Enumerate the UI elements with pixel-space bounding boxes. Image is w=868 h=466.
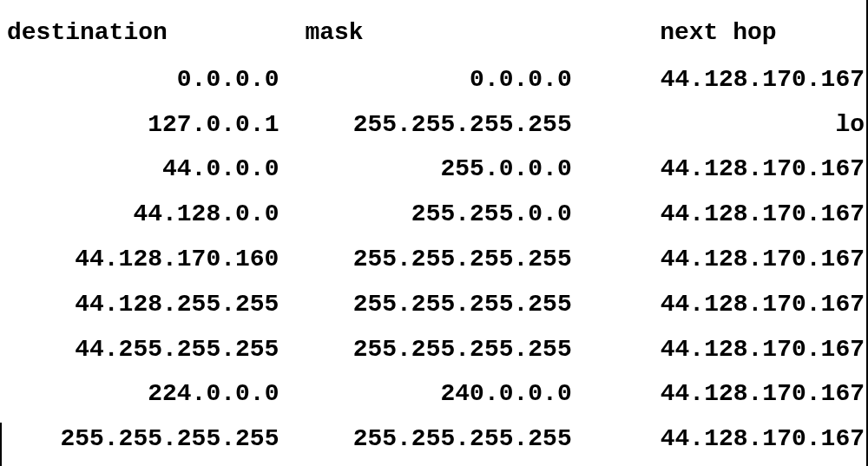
cell-destination: 44.0.0.0 bbox=[3, 147, 279, 192]
cell-next-hop: 44.128.170.167 bbox=[572, 282, 865, 327]
table-row: 44.128.0.0 255.255.0.0 44.128.170.167 bbox=[3, 192, 865, 237]
cell-next-hop: 44.128.170.167 bbox=[572, 192, 865, 237]
table-row: 0.0.0.0 0.0.0.0 44.128.170.167 bbox=[3, 57, 865, 102]
cell-mask: 255.255.255.255 bbox=[279, 282, 571, 327]
cell-destination: 44.255.255.255 bbox=[3, 327, 279, 372]
cell-destination: 224.0.0.0 bbox=[3, 371, 279, 417]
border-left-partial bbox=[0, 423, 2, 466]
cell-mask: 255.255.255.255 bbox=[279, 102, 571, 148]
cell-mask: 255.0.0.0 bbox=[279, 147, 571, 192]
cell-next-hop: 44.128.170.167 bbox=[572, 57, 865, 102]
routing-table: destination mask next hop 0.0.0.0 0.0.0.… bbox=[3, 10, 865, 462]
cell-next-hop: 44.128.170.167 bbox=[572, 327, 865, 372]
table-row: 44.128.170.160 255.255.255.255 44.128.17… bbox=[3, 237, 865, 282]
cell-mask: 255.255.255.255 bbox=[279, 417, 571, 462]
cell-next-hop: lo bbox=[572, 102, 865, 148]
table-row: 127.0.0.1 255.255.255.255 lo bbox=[3, 102, 865, 148]
cell-next-hop: 44.128.170.167 bbox=[572, 147, 865, 192]
cell-mask: 255.255.255.255 bbox=[279, 327, 571, 372]
cell-destination: 44.128.0.0 bbox=[3, 192, 279, 237]
table-row: 255.255.255.255 255.255.255.255 44.128.1… bbox=[3, 417, 865, 462]
cell-mask: 240.0.0.0 bbox=[279, 371, 571, 417]
cell-next-hop: 44.128.170.167 bbox=[572, 371, 865, 417]
cell-mask: 255.255.255.255 bbox=[279, 237, 571, 282]
table-row: 44.255.255.255 255.255.255.255 44.128.17… bbox=[3, 327, 865, 372]
header-next-hop: next hop bbox=[572, 10, 865, 57]
cell-destination: 0.0.0.0 bbox=[3, 57, 279, 102]
cell-mask: 0.0.0.0 bbox=[279, 57, 571, 102]
header-destination: destination bbox=[3, 10, 279, 57]
table-header: destination mask next hop bbox=[3, 10, 865, 57]
table-row: 44.128.255.255 255.255.255.255 44.128.17… bbox=[3, 282, 865, 327]
cell-destination: 255.255.255.255 bbox=[3, 417, 279, 462]
cell-next-hop: 44.128.170.167 bbox=[572, 237, 865, 282]
cell-destination: 44.128.170.160 bbox=[3, 237, 279, 282]
table-row: 224.0.0.0 240.0.0.0 44.128.170.167 bbox=[3, 371, 865, 417]
cell-mask: 255.255.0.0 bbox=[279, 192, 571, 237]
cell-destination: 44.128.255.255 bbox=[3, 282, 279, 327]
header-mask: mask bbox=[279, 10, 571, 57]
cell-next-hop: 44.128.170.167 bbox=[572, 417, 865, 462]
cell-destination: 127.0.0.1 bbox=[3, 102, 279, 148]
table-row: 44.0.0.0 255.0.0.0 44.128.170.167 bbox=[3, 147, 865, 192]
